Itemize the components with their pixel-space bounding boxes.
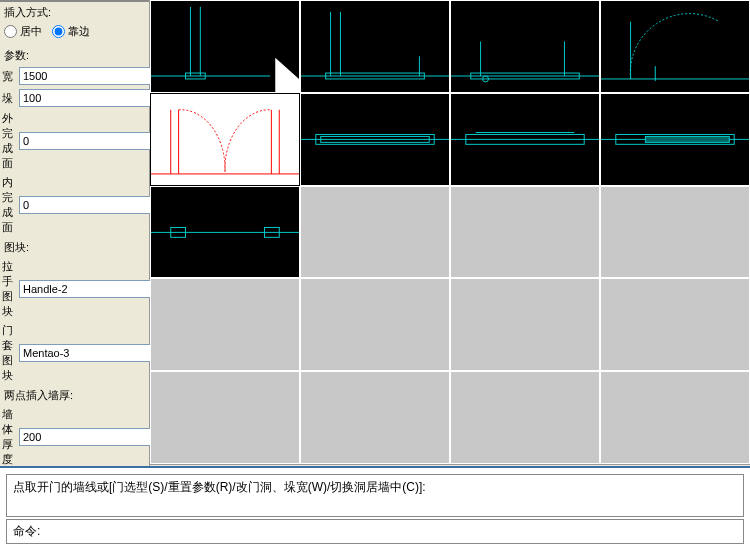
thumbnail[interactable]	[450, 93, 600, 186]
radio-edge[interactable]: 靠边	[52, 24, 90, 39]
main-area: 开门 推地弹簧门 向地弹簧门 向地弹簧门 EI门 推门 推门 套门洞 插入方式:…	[0, 0, 750, 466]
thumbnail-empty[interactable]	[450, 278, 600, 371]
radio-edge-label: 靠边	[68, 24, 90, 39]
param-threshold-row: 垛	[0, 87, 149, 109]
thumbnail-empty[interactable]	[600, 186, 750, 279]
left-panel: 开门 推地弹簧门 向地弹簧门 向地弹簧门 EI门 推门 推门 套门洞 插入方式:…	[0, 0, 150, 466]
wall-header: 两点插入墙厚:	[0, 385, 149, 405]
insert-mode-label: 插入方式:	[0, 2, 149, 22]
thumbnail[interactable]	[150, 0, 300, 93]
block-handle-input[interactable]	[19, 280, 165, 298]
param-inner-row: 内完成面	[0, 173, 149, 237]
command-label: 命令:	[13, 524, 40, 538]
wall-thickness-row: 墙体厚度	[0, 405, 149, 469]
command-area: 点取开门的墙线或[门选型(S)/重置参数(R)/改门洞、垛宽(W)/切换洞居墙中…	[0, 466, 750, 550]
radio-center-input[interactable]	[4, 25, 17, 38]
thumbnail-empty[interactable]	[300, 278, 450, 371]
thumbnail[interactable]	[150, 186, 300, 279]
block-mentao-row: 门套图块	[0, 321, 149, 385]
wall-thickness-input[interactable]	[19, 428, 165, 446]
command-input-row[interactable]: 命令:	[6, 519, 744, 544]
thumbnail[interactable]	[600, 93, 750, 186]
radio-center-label: 居中	[20, 24, 42, 39]
param-inner-input[interactable]	[19, 196, 165, 214]
thumbnail[interactable]	[300, 0, 450, 93]
insert-mode-radios: 居中 靠边	[0, 22, 149, 45]
param-outer-row: 外完成面	[0, 109, 149, 173]
thumbnail[interactable]	[450, 0, 600, 93]
param-outer-input[interactable]	[19, 132, 165, 150]
radio-center[interactable]: 居中	[4, 24, 42, 39]
radio-edge-input[interactable]	[52, 25, 65, 38]
right-panel: <<上页(S) 下页>>(X) 匹配(P) 翻转(F) 替换(H) 两点插入(I…	[150, 0, 750, 466]
param-width-row: 宽	[0, 65, 149, 87]
block-handle-row: 拉手图块	[0, 257, 149, 321]
thumbnail-selected[interactable]	[150, 93, 300, 186]
block-mentao-label: 门套图块	[2, 323, 15, 383]
thumbnail-empty[interactable]	[150, 278, 300, 371]
app-root: 开门 推地弹簧门 向地弹簧门 向地弹簧门 EI门 推门 推门 套门洞 插入方式:…	[0, 0, 750, 550]
thumbnail-empty[interactable]	[300, 186, 450, 279]
params-header: 参数:	[0, 45, 149, 65]
block-mentao-input[interactable]	[19, 344, 165, 362]
thumbnail[interactable]	[300, 93, 450, 186]
param-inner-label: 内完成面	[2, 175, 15, 235]
param-threshold-input[interactable]	[19, 89, 165, 107]
svg-rect-30	[645, 136, 729, 142]
param-width-label: 宽	[2, 69, 15, 84]
block-handle-label: 拉手图块	[2, 259, 15, 319]
param-threshold-label: 垛	[2, 91, 15, 106]
thumbnail-empty[interactable]	[300, 371, 450, 464]
thumbnail-empty[interactable]	[450, 371, 600, 464]
thumbnail-grid	[150, 0, 750, 464]
thumbnail-empty[interactable]	[450, 186, 600, 279]
thumbnail-empty[interactable]	[150, 371, 300, 464]
thumbnail-empty[interactable]	[600, 371, 750, 464]
blocks-header: 图块:	[0, 237, 149, 257]
thumbnail-empty[interactable]	[600, 278, 750, 371]
wall-thickness-label: 墙体厚度	[2, 407, 15, 467]
param-width-input[interactable]	[19, 67, 165, 85]
thumbnail[interactable]	[600, 0, 750, 93]
command-prompt: 点取开门的墙线或[门选型(S)/重置参数(R)/改门洞、垛宽(W)/切换洞居墙中…	[6, 474, 744, 517]
param-outer-label: 外完成面	[2, 111, 15, 171]
